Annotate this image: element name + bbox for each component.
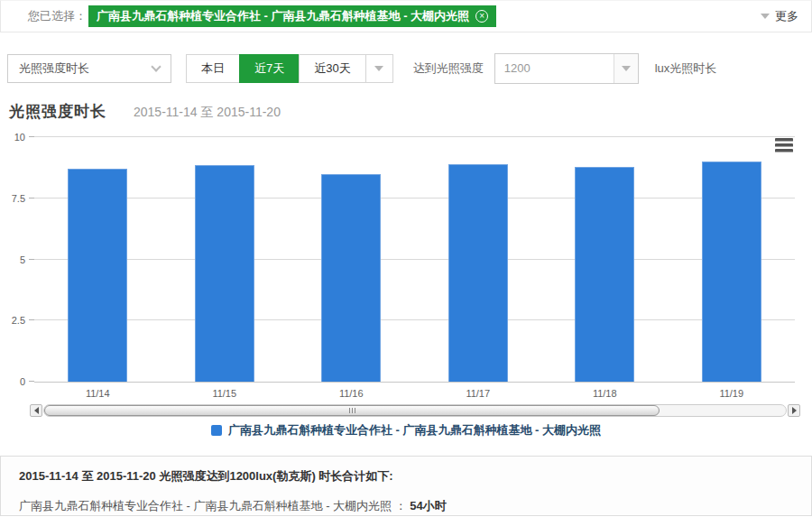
threshold-combobox: 1200 — [494, 53, 639, 84]
metric-select-value: 光照强度时长 — [19, 60, 89, 77]
x-axis-label: 11/16 — [339, 388, 364, 399]
x-axis-label: 11/15 — [212, 388, 236, 399]
axis-tick — [29, 381, 34, 382]
legend-label: 广南县九鼎石斛种植专业合作社 - 广南县九鼎石斛种植基地 - 大棚内光照 — [228, 422, 601, 439]
legend-swatch — [211, 425, 222, 436]
threshold-dropdown-button[interactable] — [614, 54, 638, 83]
chevron-down-icon — [151, 61, 161, 71]
arrow-left-icon — [34, 407, 39, 414]
selected-filter-text: 广南县九鼎石斛种植专业合作社 - 广南县九鼎石斛种植基地 - 大棚内光照 — [97, 9, 469, 23]
y-axis-label: 10 — [14, 132, 25, 143]
y-axis-label: 5 — [20, 254, 25, 265]
bar-11/15 — [195, 165, 254, 382]
scrollbar-left-button[interactable] — [30, 404, 42, 417]
grip-icon — [352, 408, 353, 413]
x-axis-label: 11/18 — [593, 388, 617, 399]
range-button-today[interactable]: 本日 — [187, 55, 239, 82]
bar-11/19 — [702, 162, 761, 382]
scrollbar-thumb[interactable] — [44, 405, 660, 416]
gridline — [34, 319, 795, 320]
chart-date-range: 2015-11-14 至 2015-11-20 — [134, 105, 281, 121]
range-button-7days[interactable]: 近7天 — [239, 54, 299, 83]
x-axis-label: 11/17 — [466, 388, 490, 399]
filter-row: 光照强度时长 本日 近7天 近30天 达到光照强度 1200 lux光照时长 — [7, 52, 805, 85]
legend-item[interactable]: 广南县九鼎石斛种植专业合作社 - 广南县九鼎石斛种植基地 - 大棚内光照 — [211, 422, 601, 439]
summary-row-label: 广南县九鼎石斛种植专业合作社 - 广南县九鼎石斛种植基地 - 大棚内光照 ： — [19, 499, 407, 512]
chart-title: 光照强度时长 — [9, 101, 106, 122]
more-label: 更多 — [775, 8, 798, 24]
remove-tag-icon[interactable]: × — [475, 10, 488, 23]
chevron-down-icon — [761, 14, 770, 19]
y-axis-label: 0 — [20, 376, 25, 387]
axis-tick — [29, 319, 34, 320]
y-axis-label: 2.5 — [12, 315, 25, 326]
metric-select[interactable]: 光照强度时长 — [7, 54, 171, 83]
bar-11/18 — [575, 167, 634, 382]
chevron-down-icon — [622, 66, 631, 71]
bar-11/14 — [68, 169, 127, 382]
grip-icon — [355, 408, 355, 413]
chevron-down-icon — [374, 66, 383, 71]
grip-icon — [349, 408, 350, 413]
hamburger-icon — [775, 149, 793, 152]
gridline — [34, 259, 795, 260]
x-axis-label: 11/19 — [719, 388, 743, 399]
bar-11/17 — [448, 164, 508, 382]
x-axis-label: 11/14 — [86, 388, 110, 399]
date-range-group: 本日 近7天 近30天 — [186, 54, 393, 83]
arrow-right-icon — [792, 407, 797, 414]
selection-label: 您已选择： — [28, 8, 87, 24]
threshold-input[interactable]: 1200 — [495, 54, 614, 83]
axis-tick — [29, 136, 34, 137]
bar-11/16 — [321, 174, 381, 382]
scrollbar-right-button[interactable] — [788, 404, 800, 417]
scrollbar-track[interactable] — [43, 404, 787, 417]
bar-chart-plot: 02.557.51011/1411/1511/1611/1711/1811/19 — [34, 137, 795, 383]
range-button-30days[interactable]: 近30天 — [299, 55, 364, 82]
gridline — [34, 198, 795, 198]
threshold-label: 达到光照强度 — [413, 60, 484, 77]
summary-title: 2015-11-14 至 2015-11-20 光照强度达到1200lux(勒克… — [19, 468, 793, 485]
hamburger-icon — [775, 143, 793, 147]
chart-menu-button[interactable] — [775, 136, 797, 154]
summary-row: 广南县九鼎石斛种植专业合作社 - 广南县九鼎石斛种植基地 - 大棚内光照 ： 5… — [19, 498, 793, 514]
axis-tick — [29, 259, 34, 260]
threshold-suffix: lux光照时长 — [655, 60, 717, 77]
axis-tick — [29, 198, 34, 198]
chart-legend: 广南县九鼎石斛种植专业合作社 - 广南县九鼎石斛种植基地 - 大棚内光照 — [0, 422, 812, 439]
selection-bar: 您已选择： 广南县九鼎石斛种植专业合作社 - 广南县九鼎石斛种植基地 - 大棚内… — [0, 0, 812, 32]
summary-panel: 2015-11-14 至 2015-11-20 光照强度达到1200lux(勒克… — [0, 456, 812, 516]
chart-header: 光照强度时长 2015-11-14 至 2015-11-20 — [9, 101, 281, 122]
summary-row-value: 54小时 — [410, 499, 446, 512]
gridline — [34, 136, 795, 137]
hamburger-icon — [775, 138, 793, 142]
more-toggle[interactable]: 更多 — [761, 8, 798, 24]
y-axis-label: 7.5 — [12, 193, 25, 204]
range-more-button[interactable] — [365, 55, 392, 82]
chart-scrollbar — [30, 404, 800, 417]
selected-filter-tag: 广南县九鼎石斛种植专业合作社 - 广南县九鼎石斛种植基地 - 大棚内光照 × — [88, 5, 496, 27]
